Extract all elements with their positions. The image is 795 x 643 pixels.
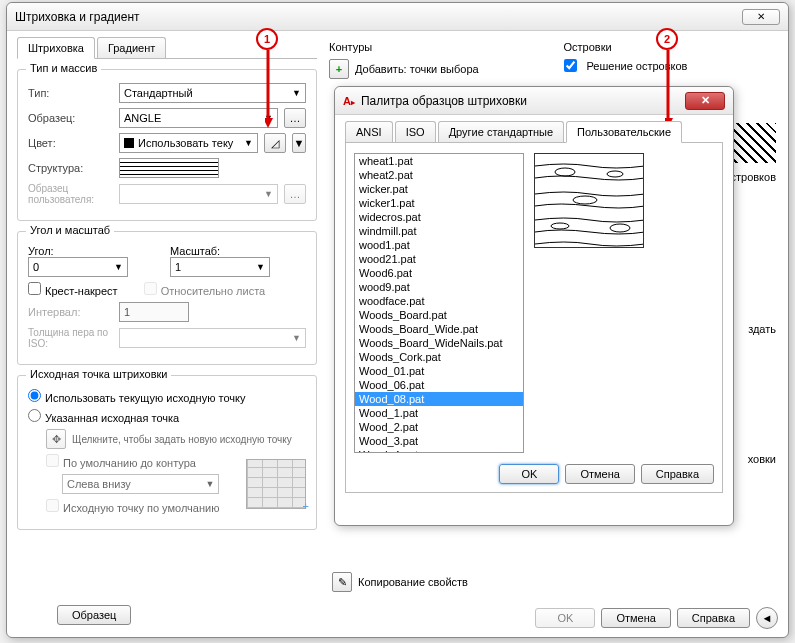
list-item[interactable]: wood1.pat [355, 238, 523, 252]
list-item[interactable]: wheat2.pat [355, 168, 523, 182]
struct-swatch[interactable] [119, 158, 219, 178]
list-item[interactable]: Wood6.pat [355, 266, 523, 280]
main-ok-button: OK [535, 608, 595, 628]
color-more-button[interactable]: ▼ [292, 133, 306, 153]
color-label: Цвет: [28, 137, 113, 149]
main-titlebar: Штриховка и градиент ✕ [7, 3, 788, 31]
userpat-label: Образец пользователя: [28, 183, 113, 205]
palette-help-button[interactable]: Справка [641, 464, 714, 484]
relative-checkbox: Относительно листа [144, 282, 266, 297]
pattern-combo[interactable]: ANGLE▼ [119, 108, 278, 128]
list-item[interactable]: windmill.pat [355, 224, 523, 238]
main-footer: OK Отмена Справка ◄ [535, 607, 778, 629]
group-angle: Угол и масштаб Угол: 0▼ Масштаб: 1▼ Крес… [17, 231, 317, 365]
list-item[interactable]: wicker.pat [355, 182, 523, 196]
color-swap-button[interactable]: ◿ [264, 133, 286, 153]
group-origin-title: Исходная точка штриховки [26, 368, 171, 380]
group-origin: Исходная точка штриховки Использовать те… [17, 375, 317, 530]
list-item[interactable]: Wood_06.pat [355, 378, 523, 392]
contours-title: Контуры [329, 41, 544, 53]
tab-gradient[interactable]: Градиент [97, 37, 166, 58]
origin-hint: Щелкните, чтобы задать новую исходную то… [72, 434, 292, 445]
list-item[interactable]: wheat1.pat [355, 154, 523, 168]
pattern-preview [534, 153, 644, 248]
copy-props-label: Копирование свойств [358, 576, 468, 588]
origin-opt2[interactable]: Указанная исходная точка [28, 409, 179, 424]
interval-input [119, 302, 189, 322]
tab-other[interactable]: Другие стандартные [438, 121, 564, 142]
indicator-1-arrow [265, 50, 285, 130]
list-item[interactable]: widecros.pat [355, 210, 523, 224]
sample-button[interactable]: Образец [57, 605, 131, 625]
palette-dialog: A▸ Палитра образцов штриховки ✕ ANSI ISO… [334, 86, 734, 526]
create-sidetext: здать [748, 323, 776, 335]
expand-button[interactable]: ◄ [756, 607, 778, 629]
pattern-list[interactable]: wheat1.patwheat2.patwicker.patwicker1.pa… [354, 153, 524, 453]
list-item[interactable]: Wood_3.pat [355, 434, 523, 448]
origin-chk1: По умолчанию до контура [46, 457, 196, 469]
scale-label: Масштаб: [170, 245, 306, 257]
angle-combo[interactable]: 0▼ [28, 257, 128, 277]
struct-label: Структура: [28, 162, 113, 174]
list-item[interactable]: Wood_01.pat [355, 364, 523, 378]
indicator-2: 2 [656, 28, 678, 50]
list-item[interactable]: wood21.pat [355, 252, 523, 266]
list-item[interactable]: Wood_4.pat [355, 448, 523, 453]
palette-cancel-button[interactable]: Отмена [565, 464, 634, 484]
brick-preview: + [246, 459, 306, 509]
cross-checkbox[interactable]: Крест-накрест [28, 282, 118, 297]
add-pick-icon[interactable]: + [329, 59, 349, 79]
palette-tabs: ANSI ISO Другие стандартные Пользователь… [345, 121, 723, 143]
origin-chk2: Исходную точку по умолчанию [46, 502, 219, 514]
interval-label: Интервал: [28, 306, 113, 318]
indicator-2-arrow [665, 50, 685, 130]
pick-origin-icon: ✥ [46, 429, 66, 449]
main-cancel-button[interactable]: Отмена [601, 608, 670, 628]
list-item[interactable]: woodface.pat [355, 294, 523, 308]
userpat-combo: ▼ [119, 184, 278, 204]
tab-iso[interactable]: ISO [395, 121, 436, 142]
list-item[interactable]: Woods_Cork.pat [355, 350, 523, 364]
list-item[interactable]: Wood_08.pat [355, 392, 523, 406]
type-label: Тип: [28, 87, 113, 99]
list-item[interactable]: Woods_Board.pat [355, 308, 523, 322]
hatch-sidetext: ховки [748, 453, 776, 465]
tab-hatch[interactable]: Штриховка [17, 37, 95, 59]
copy-props-icon[interactable]: ✎ [332, 572, 352, 592]
add-pick-label: Добавить: точки выбора [355, 63, 479, 75]
list-item[interactable]: wicker1.pat [355, 196, 523, 210]
angle-label: Угол: [28, 245, 164, 257]
scale-combo[interactable]: 1▼ [170, 257, 270, 277]
palette-title: Палитра образцов штриховки [361, 94, 685, 108]
indicator-1: 1 [256, 28, 278, 50]
tab-user[interactable]: Пользовательские [566, 121, 682, 143]
origin-opt1[interactable]: Использовать текущую исходную точку [28, 389, 245, 404]
main-title: Штриховка и градиент [15, 10, 742, 24]
pattern-label: Образец: [28, 112, 113, 124]
tab-ansi[interactable]: ANSI [345, 121, 393, 142]
svg-marker-7 [265, 118, 273, 128]
palette-close-button[interactable]: ✕ [685, 92, 725, 110]
autocad-icon: A▸ [343, 95, 355, 107]
main-close-button[interactable]: ✕ [742, 9, 780, 25]
list-item[interactable]: Wood_2.pat [355, 420, 523, 434]
userpat-browse-button: … [284, 184, 306, 204]
iso-combo: ▼ [119, 328, 306, 348]
origin-pos-combo: Слева внизу▼ [62, 474, 219, 494]
list-item[interactable]: Woods_Board_WideNails.pat [355, 336, 523, 350]
list-item[interactable]: Wood_1.pat [355, 406, 523, 420]
color-combo[interactable]: Использовать теку▼ [119, 133, 258, 153]
palette-ok-button[interactable]: OK [499, 464, 559, 484]
group-type-title: Тип и массив [26, 62, 101, 74]
main-help-button[interactable]: Справка [677, 608, 750, 628]
pattern-browse-button[interactable]: … [284, 108, 306, 128]
list-item[interactable]: Woods_Board_Wide.pat [355, 322, 523, 336]
group-angle-title: Угол и масштаб [26, 224, 114, 236]
iso-label: Толщина пера по ISO: [28, 327, 113, 349]
list-item[interactable]: wood9.pat [355, 280, 523, 294]
